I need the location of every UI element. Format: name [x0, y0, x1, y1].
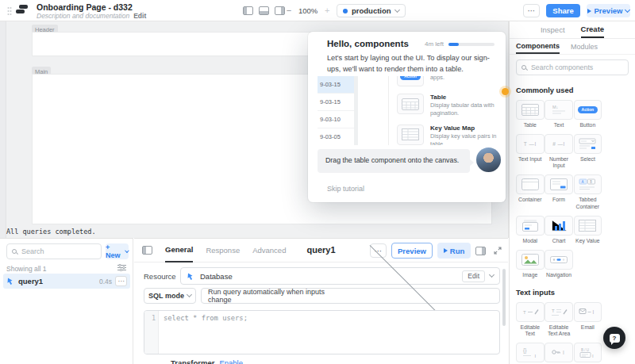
chevron-down-icon	[187, 292, 192, 297]
component-card-richtext[interactable]: B / UI Rich Text Editor	[574, 343, 602, 364]
tab-inspect[interactable]: Inspect	[541, 21, 565, 38]
component-card-navigation[interactable]: Navigation	[545, 250, 573, 278]
subtitle-text: Description and documentation	[37, 12, 129, 20]
transformer-enable-link[interactable]: Enable	[219, 358, 243, 364]
new-query-button[interactable]: + New	[106, 243, 129, 259]
bottom-panel-toggle-icon[interactable]	[259, 6, 269, 15]
tab-general[interactable]: General	[165, 239, 193, 262]
help-button[interactable]: ?	[603, 327, 625, 349]
table-icon	[516, 100, 545, 120]
line-number-gutter: 1	[144, 311, 159, 354]
app-logo-icon[interactable]	[16, 5, 29, 16]
editor-actions: ⋯ Preview Run	[370, 243, 502, 259]
query-search-input[interactable]	[20, 247, 96, 256]
run-behavior-select[interactable]: Run query automatically when inputs chan…	[201, 288, 500, 304]
component-card-email[interactable]: I Email	[574, 302, 602, 337]
component-card-editabletextarea[interactable]: T Editable Text Area	[545, 302, 573, 337]
expand-icon[interactable]	[494, 247, 502, 255]
panel-toggles	[243, 6, 288, 15]
resource-select[interactable]: Database Edit	[180, 267, 500, 285]
component-card-text[interactable]: M↓ Text	[545, 100, 573, 128]
drag-handle-icon[interactable]	[7, 6, 12, 16]
transformer-row: Transformer Enable	[171, 358, 243, 364]
zoom-in-button[interactable]: +	[321, 5, 333, 16]
demo-component-desc: Display key value pairs in a table.	[430, 132, 497, 145]
sql-editor[interactable]: 1 select * from users;	[144, 310, 500, 354]
component-card-tabbed[interactable]: AB Tabbed Container	[574, 174, 602, 209]
component-search[interactable]	[516, 59, 629, 75]
environment-selector[interactable]: production	[337, 4, 406, 17]
query-search[interactable]	[6, 243, 102, 259]
edit-description-link[interactable]: Edit	[133, 12, 146, 20]
progress-fill	[448, 43, 459, 46]
play-icon	[587, 9, 591, 13]
subtab-modules[interactable]: Modules	[571, 39, 598, 54]
component-card-password[interactable]: I Password	[545, 343, 573, 364]
component-card-json[interactable]: {}I JSON Editor	[516, 343, 545, 364]
editor-side-panel-toggle-icon[interactable]	[475, 247, 486, 255]
query-editor-panel: GeneralResponseAdvanced query1 ⋯ Preview…	[134, 238, 508, 364]
component-card-keyvalue[interactable]: Key Value	[574, 216, 602, 244]
component-label: Button	[574, 122, 602, 128]
sql-mode-select[interactable]: SQL mode	[144, 288, 196, 304]
tab-create[interactable]: Create	[581, 21, 605, 38]
preview-button[interactable]: Preview	[587, 4, 630, 17]
skip-tutorial-link[interactable]: Skip tutorial	[327, 185, 364, 193]
tutorial-beacon-dot[interactable]	[502, 88, 509, 95]
component-card-image[interactable]: Image	[516, 250, 545, 278]
component-card-modal[interactable]: Modal	[516, 216, 545, 244]
share-button[interactable]: Share	[546, 4, 580, 17]
subtab-components[interactable]: Components	[516, 39, 560, 54]
button-icon: Action	[574, 100, 602, 120]
play-icon	[444, 248, 448, 253]
component-search-input[interactable]	[529, 63, 623, 72]
filter-icon[interactable]	[117, 264, 126, 271]
left-panel-toggle-icon[interactable]	[243, 6, 253, 15]
demo-table: 9-03-159-03-159-03-109-03-05	[318, 76, 354, 145]
component-sections: Commonly used TableM↓ TextAction ButtonT…	[510, 80, 635, 364]
component-label: Text Input	[516, 156, 545, 163]
demo-component-name: Table	[430, 94, 497, 101]
sql-code[interactable]: select * from users;	[159, 311, 252, 354]
query-run-button[interactable]: Run	[437, 243, 471, 259]
component-card-form[interactable]: Form	[545, 174, 573, 209]
editor-panel-toggle-icon[interactable]	[142, 246, 152, 255]
component-grid: TableM↓ TextAction ButtonT —I Text Input…	[516, 100, 629, 284]
resource-label: Resource	[144, 272, 180, 281]
more-options-button[interactable]: ⋯	[523, 4, 540, 17]
svg-text:B: B	[590, 180, 592, 184]
tab-response[interactable]: Response	[206, 239, 240, 262]
component-card-table[interactable]: Table	[516, 100, 545, 128]
resource-edit-button[interactable]: Edit	[462, 270, 485, 282]
avatar	[476, 148, 501, 172]
editor-scrollbar[interactable]	[502, 269, 506, 326]
svg-text:I: I	[563, 350, 564, 355]
svg-text:B / U: B / U	[581, 348, 589, 352]
text-icon: M↓	[545, 100, 573, 120]
query-more-button[interactable]: ⋯	[115, 276, 127, 286]
progress-bar	[448, 43, 495, 46]
component-card-editabletext[interactable]: T Editable Text	[516, 302, 545, 337]
svg-text:T: T	[523, 310, 526, 315]
component-card-numberinput[interactable]: # —I Number Input	[545, 134, 573, 169]
component-card-container[interactable]: Container	[516, 174, 545, 209]
query-list-item[interactable]: query1 0.4s ⋯	[3, 274, 130, 289]
tabbed-icon: AB	[574, 174, 602, 194]
page-title: Onboarding Page - d332	[37, 2, 133, 12]
component-card-textinput[interactable]: T —I Text Input	[516, 134, 545, 169]
editabletext-icon: T	[516, 302, 545, 322]
component-card-select[interactable]: Select	[574, 134, 602, 169]
resource-icon	[187, 272, 195, 281]
zoom-out-button[interactable]: −	[283, 5, 294, 16]
help-label: ?	[613, 335, 617, 342]
sidebar-subtabs: Components Modules	[510, 39, 635, 55]
component-card-chart[interactable]: Chart	[545, 216, 573, 244]
textinput-icon: T —I	[516, 134, 545, 154]
tab-advanced[interactable]: Advanced	[252, 239, 286, 262]
query-preview-button[interactable]: Preview	[391, 243, 433, 259]
help-chat-icon: ?	[610, 334, 620, 343]
demo-table-row: 9-03-05	[318, 128, 354, 145]
demo-component-entry: Table Display tabular data with paginati…	[397, 94, 497, 117]
component-card-button[interactable]: Action Button	[574, 100, 602, 128]
run-behavior-value: Run query automatically when inputs chan…	[208, 288, 350, 304]
